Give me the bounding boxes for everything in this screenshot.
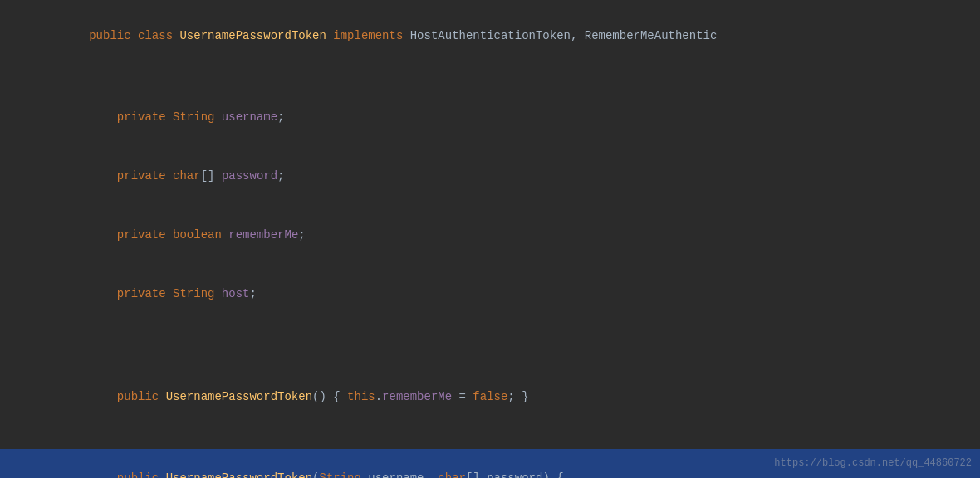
line-number-5	[0, 206, 25, 265]
keyword: implements	[333, 29, 409, 42]
dot: .	[375, 390, 382, 403]
line-number-10	[0, 427, 25, 448]
code-line-10	[0, 427, 980, 448]
field-username: username	[222, 110, 277, 124]
code-line-3: private String username;	[0, 88, 980, 147]
comma: ,	[424, 471, 439, 478]
indent	[89, 471, 117, 478]
keyword-public: public	[117, 390, 166, 403]
line-content-5: private boolean rememberMe;	[25, 206, 980, 265]
field-rm: rememberMe	[382, 390, 452, 403]
indent	[89, 228, 117, 241]
type: char	[173, 169, 201, 183]
line-number-1	[0, 7, 25, 66]
code-line-1: public class UsernamePasswordToken imple…	[0, 7, 980, 66]
keyword: private	[117, 169, 173, 183]
line-number-9	[0, 368, 25, 427]
code-line-5: private boolean rememberMe;	[0, 206, 980, 265]
code-area: public class UsernamePasswordToken imple…	[0, 0, 980, 478]
code-line-8	[0, 346, 980, 368]
keyword: private	[117, 228, 173, 241]
semicolon: ;	[277, 110, 284, 124]
line-number-7	[0, 324, 25, 345]
line-number-4	[0, 147, 25, 206]
indent	[89, 169, 117, 183]
param-username: username	[368, 471, 424, 478]
param-password: password	[487, 471, 542, 478]
line-content-10	[25, 427, 980, 448]
semicolon: ;	[277, 169, 284, 183]
indent	[89, 287, 117, 300]
line-number-2	[0, 66, 25, 87]
line-content-4: private char[] password;	[25, 147, 980, 206]
code-line-2	[0, 66, 980, 87]
line-content-7	[25, 324, 980, 345]
keyword: private	[117, 110, 173, 124]
paren-close-brace: ) {	[542, 471, 563, 478]
semicolon: ;	[249, 287, 256, 300]
line-number-6	[0, 265, 25, 324]
type-char: char	[438, 471, 466, 478]
line-content-9: public UsernamePasswordToken() { this.re…	[25, 368, 980, 427]
code-line-4: private char[] password;	[0, 147, 980, 206]
type: String	[173, 110, 222, 124]
keyword: class	[138, 29, 179, 42]
line-content-1: public class UsernamePasswordToken imple…	[25, 7, 980, 66]
brackets: []	[201, 169, 222, 183]
field-rememberme: rememberMe	[228, 228, 298, 241]
constructor-name: UsernamePasswordToken	[166, 390, 312, 403]
ellipsis: . . .	[564, 471, 620, 478]
field-host: host	[222, 287, 250, 300]
semicolon: ;	[298, 228, 305, 241]
indent	[89, 110, 117, 124]
line-number-3	[0, 88, 25, 147]
code-line-6: private String host;	[0, 265, 980, 324]
line-content-3: private String username;	[25, 88, 980, 147]
line-number-8	[0, 346, 25, 368]
type: boolean	[173, 228, 228, 241]
interface-name: HostAuthenticationToken, RememberMeAuthe…	[410, 29, 718, 42]
paren: () {	[312, 390, 347, 403]
classname: UsernamePasswordToken	[179, 29, 333, 42]
field-password: password	[222, 169, 277, 183]
constructor-name: UsernamePasswordToken	[166, 471, 312, 478]
line-content-6: private String host;	[25, 265, 980, 324]
keyword: public	[89, 29, 138, 42]
bool-false: false	[473, 390, 507, 403]
line-number-11	[0, 449, 25, 478]
keyword-this: this	[347, 390, 375, 403]
equals: =	[452, 390, 473, 403]
type: String	[173, 287, 222, 300]
brackets: []	[466, 471, 487, 478]
watermark: https://blog.csdn.net/qq_44860722	[774, 456, 972, 471]
type-string: String	[319, 471, 368, 478]
line-content-2	[25, 66, 980, 87]
close-brace: ; }	[507, 390, 536, 403]
keyword-public: public	[117, 471, 166, 478]
indent	[89, 390, 117, 403]
keyword: private	[117, 287, 173, 300]
code-editor: public class UsernamePasswordToken imple…	[0, 0, 980, 478]
code-line-9: public UsernamePasswordToken() { this.re…	[0, 368, 980, 427]
code-line-7	[0, 324, 980, 345]
line-content-8	[25, 346, 980, 368]
